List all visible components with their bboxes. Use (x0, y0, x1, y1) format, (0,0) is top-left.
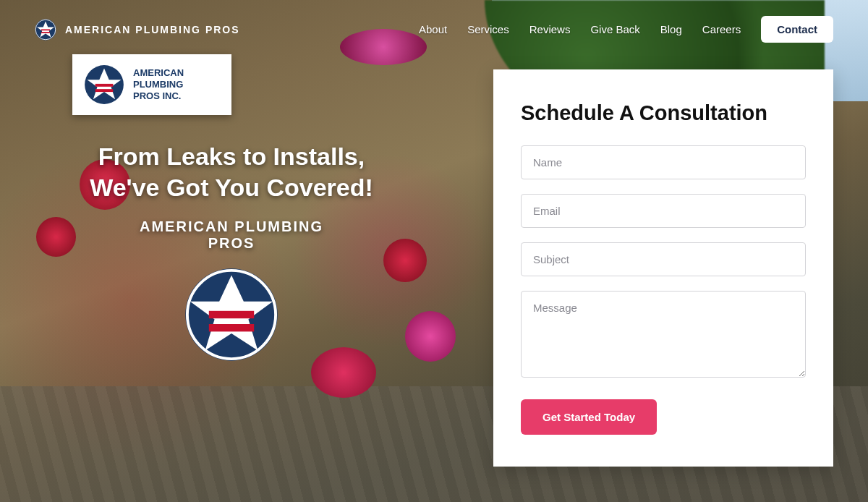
subhead-line: PROS (43, 235, 420, 252)
svg-rect-4 (41, 32, 50, 33)
star-logo-large-icon (184, 268, 278, 362)
hero-left-column: AMERICAN PLUMBING PROS INC. From Leaks t… (43, 54, 420, 365)
svg-rect-12 (209, 311, 254, 318)
nav-blog[interactable]: Blog (660, 23, 682, 35)
name-field[interactable] (521, 145, 806, 179)
nav-careers[interactable]: Careers (702, 23, 741, 35)
hero-subhead: AMERICAN PLUMBING PROS (43, 218, 420, 252)
sign-line: PROS INC. (133, 90, 184, 102)
nav-give-back[interactable]: Give Back (590, 23, 639, 35)
wall-sign: AMERICAN PLUMBING PROS INC. (72, 54, 231, 115)
brand[interactable]: AMERICAN PLUMBING PROS (35, 19, 240, 41)
nav-services[interactable]: Services (467, 23, 509, 35)
top-nav: AMERICAN PLUMBING PROS About Services Re… (0, 16, 868, 43)
star-logo-icon (84, 64, 124, 105)
hero-section: AMERICAN PLUMBING PROS About Services Re… (0, 0, 868, 502)
svg-rect-8 (95, 89, 114, 92)
svg-rect-13 (209, 324, 254, 331)
consultation-card: Schedule A Consultation Get Started Toda… (493, 69, 833, 467)
nav-links: About Services Reviews Give Back Blog Ca… (419, 16, 833, 43)
sign-line: PLUMBING (133, 79, 184, 90)
form-title: Schedule A Consultation (521, 101, 806, 125)
sign-line: AMERICAN (133, 67, 184, 79)
subject-field[interactable] (521, 242, 806, 276)
headline-line: From Leaks to Installs, (43, 141, 420, 172)
subhead-line: AMERICAN PLUMBING (43, 218, 420, 235)
star-logo-icon (35, 19, 56, 41)
headline-line: We've Got You Covered! (43, 172, 420, 203)
wall-sign-text: AMERICAN PLUMBING PROS INC. (133, 67, 184, 103)
svg-rect-3 (41, 29, 50, 30)
brand-name: AMERICAN PLUMBING PROS (65, 24, 240, 35)
contact-button[interactable]: Contact (761, 16, 833, 43)
email-field[interactable] (521, 194, 806, 228)
nav-reviews[interactable]: Reviews (529, 23, 571, 35)
hero-headline: From Leaks to Installs, We've Got You Co… (43, 141, 420, 203)
svg-rect-7 (95, 84, 114, 87)
submit-button[interactable]: Get Started Today (521, 399, 657, 435)
nav-about[interactable]: About (419, 23, 447, 35)
message-field[interactable] (521, 291, 806, 378)
